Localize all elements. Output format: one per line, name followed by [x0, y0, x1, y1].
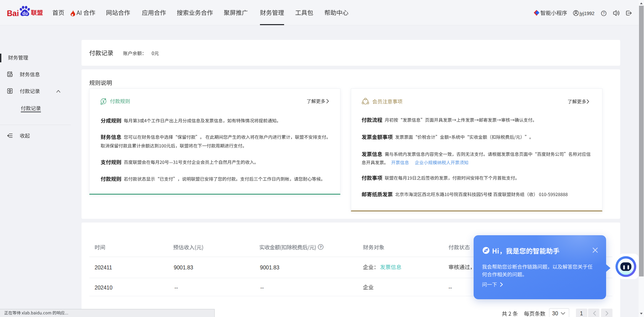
svg-text:?: ? — [603, 11, 605, 15]
svg-text:?: ? — [320, 245, 322, 249]
